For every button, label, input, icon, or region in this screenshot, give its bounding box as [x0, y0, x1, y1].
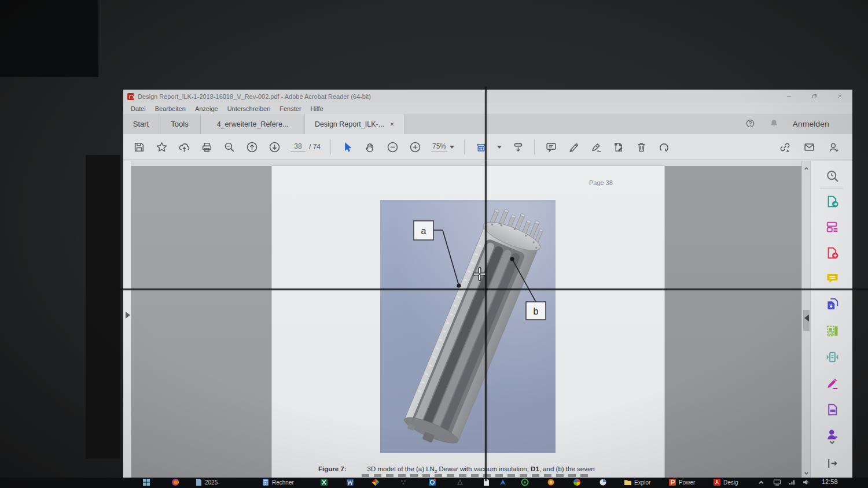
hand-tool-icon[interactable] — [363, 141, 376, 153]
taskbar-doc-label: 2025- — [205, 478, 220, 487]
combine-files-icon[interactable] — [825, 296, 840, 311]
email-icon[interactable] — [803, 141, 815, 153]
comment-tool-icon[interactable] — [825, 271, 840, 286]
taskbar-app-dim[interactable] — [456, 478, 464, 487]
taskbar-app-green[interactable] — [521, 478, 529, 487]
taskbar-calculator[interactable]: Rechner — [262, 478, 294, 487]
zoom-level-dropdown[interactable]: 75% — [431, 142, 454, 152]
titlebar: Design Report_ILK-1-2018-16018_V_Rev-002… — [123, 90, 852, 103]
next-page-icon[interactable] — [268, 141, 281, 153]
menu-datei[interactable]: Datei — [131, 105, 146, 112]
minimize-button[interactable] — [776, 90, 801, 103]
toolbar: 38 / 74 75% — [123, 134, 852, 160]
taskbar-word[interactable] — [346, 478, 354, 487]
fill-sign-icon[interactable] — [612, 141, 625, 153]
taskbar-app-dim[interactable] — [399, 478, 407, 487]
restore-button[interactable] — [801, 90, 827, 103]
page-number-input[interactable]: 38 — [290, 142, 306, 152]
taskbar-powerpoint[interactable]: Power — [668, 478, 695, 487]
create-pdf-icon[interactable] — [825, 245, 840, 260]
taskbar-clock[interactable]: 12:58 — [822, 478, 838, 487]
figure-caption-text: Dewar with vacuum insulation, — [437, 465, 531, 472]
menu-fenster[interactable]: Fenster — [279, 105, 301, 112]
zoom-in-icon[interactable] — [409, 141, 421, 153]
page-scrolling-icon[interactable] — [512, 141, 524, 153]
expand-pane-icon[interactable] — [825, 456, 840, 471]
taskbar-document[interactable]: 2025- — [194, 478, 220, 487]
menu-anzeige[interactable]: Anzeige — [195, 105, 218, 112]
acrobat-app-icon — [127, 93, 134, 100]
taskbar-app-blue[interactable] — [499, 478, 507, 487]
folder-icon — [624, 478, 632, 486]
chevron-down-icon[interactable] — [497, 146, 502, 149]
edit-pdf-icon[interactable] — [825, 219, 840, 234]
tab-start[interactable]: Start — [123, 114, 159, 134]
export-pdf-icon[interactable] — [825, 194, 840, 209]
tab-tools[interactable]: Tools — [159, 114, 201, 134]
previous-page-icon[interactable] — [245, 141, 258, 153]
signature-pen-icon[interactable] — [590, 141, 602, 153]
compress-pdf-icon[interactable] — [825, 349, 840, 364]
taskbar-outlook[interactable] — [428, 478, 436, 487]
zoom-out-icon[interactable] — [386, 141, 399, 153]
favorites-star-icon[interactable] — [155, 141, 168, 153]
toolbar-separator — [330, 139, 331, 154]
blue-arrow-icon — [499, 478, 507, 486]
search-icon[interactable] — [223, 141, 236, 153]
tab-document-1[interactable]: 4_erweiterte_Refere... — [201, 114, 305, 134]
notifications-bell-icon[interactable] — [769, 119, 779, 130]
start-button[interactable] — [142, 478, 150, 487]
comment-icon[interactable] — [545, 141, 557, 153]
excel-icon — [320, 478, 328, 486]
tray-chevron-up-icon[interactable] — [758, 478, 764, 487]
figure-label-b: b — [534, 306, 539, 316]
taskbar-app-multicolor[interactable] — [573, 478, 581, 487]
highlighter-icon[interactable] — [567, 141, 580, 153]
taskbar-acrobat[interactable]: Desig — [713, 478, 738, 487]
taskbar-excel[interactable] — [320, 478, 328, 487]
menu-bearbeiten[interactable]: Bearbeiten — [155, 105, 186, 112]
taskbar-acrobat-label: Desig — [723, 478, 738, 487]
scroll-down-icon[interactable] — [804, 468, 809, 473]
menu-hilfe[interactable]: Hilfe — [311, 105, 323, 112]
print-icon[interactable] — [200, 141, 213, 153]
redo-icon[interactable] — [657, 141, 670, 153]
expand-left-panel-icon[interactable] — [126, 312, 130, 319]
toolbar-separator — [464, 139, 465, 154]
figure-caption-bold: D1 — [531, 465, 539, 472]
window-title: Design Report_ILK-1-2018-16018_V_Rev-002… — [138, 93, 371, 100]
tabbar: Start Tools 4_erweiterte_Refere... Desig… — [123, 114, 852, 134]
chevron-down-icon[interactable] — [825, 439, 840, 446]
tab-document-2-active[interactable]: Design Report_ILK-... × — [305, 114, 404, 134]
search-document-icon[interactable] — [825, 168, 840, 183]
share-link-icon[interactable] — [778, 141, 791, 153]
collapse-right-pane-icon[interactable] — [804, 315, 809, 321]
tray-network-icon[interactable] — [788, 478, 796, 487]
taskbar-explorer[interactable]: Explor — [624, 478, 650, 487]
delete-trash-icon[interactable] — [635, 141, 648, 153]
menu-unterschreiben[interactable]: Unterschreiben — [227, 105, 271, 112]
tab-close-icon[interactable]: × — [390, 120, 394, 128]
taskbar-firefox[interactable] — [171, 478, 179, 487]
taskbar-app-orange[interactable] — [547, 478, 555, 487]
protect-pdf-icon[interactable] — [825, 402, 840, 417]
share-cloud-upload-icon[interactable] — [178, 141, 190, 153]
organize-pages-icon[interactable] — [825, 323, 840, 338]
save-icon[interactable] — [133, 141, 145, 153]
fill-and-sign-icon[interactable] — [825, 375, 840, 390]
tray-device-icon[interactable] — [773, 478, 781, 487]
sign-in-button[interactable]: Anmelden — [793, 120, 829, 128]
select-tool-cursor-icon[interactable] — [341, 141, 354, 153]
zoom-level-value: 75% — [431, 142, 447, 152]
taskbar-app-pie[interactable] — [599, 478, 607, 487]
close-button[interactable] — [827, 90, 852, 103]
room-dark-panel — [86, 155, 120, 459]
taskbar-office-app[interactable] — [372, 478, 380, 487]
profile-add-icon[interactable] — [827, 141, 840, 153]
tray-volume-icon[interactable] — [802, 478, 810, 487]
figure-caption-text: 3D model of the (a) LN — [367, 465, 435, 472]
scroll-up-icon[interactable] — [804, 163, 809, 168]
help-icon[interactable] — [745, 119, 755, 130]
page-header: Page 38 — [589, 179, 613, 186]
taskbar-explorer-label: Explor — [634, 478, 650, 487]
